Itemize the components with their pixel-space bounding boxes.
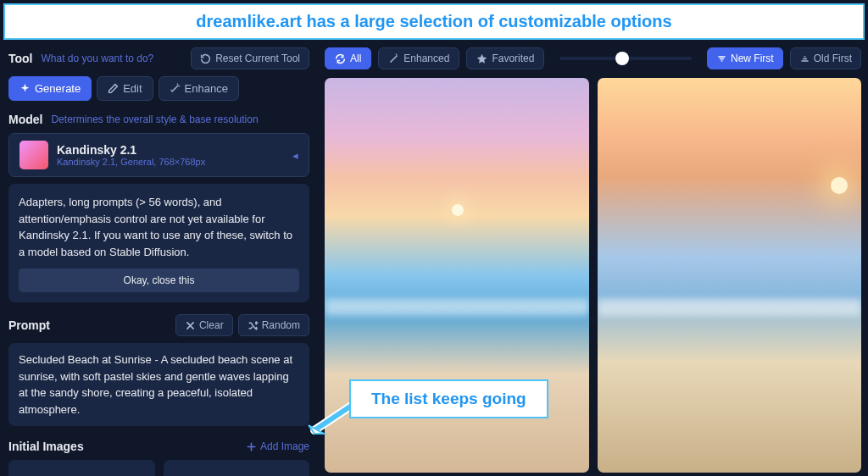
plus-icon: [246, 441, 257, 452]
chevron-left-icon: ◂: [292, 149, 298, 162]
pencil-icon: [108, 83, 119, 94]
tool-buttons: Generate Edit Enhance: [8, 76, 309, 101]
clear-label: Clear: [199, 319, 224, 331]
notice-text: Adapters, long prompts (> 56 words), and…: [19, 194, 299, 260]
filter-favorited-button[interactable]: Favorited: [466, 47, 544, 69]
close-notice-button[interactable]: Okay, close this: [19, 268, 299, 292]
initial-images-header: Initial Images Add Image: [8, 440, 309, 453]
zoom-slider[interactable]: [559, 57, 692, 60]
sparkle-icon: [19, 83, 31, 94]
enhance-button[interactable]: Enhance: [159, 76, 239, 101]
filter-enhanced-button[interactable]: Enhanced: [378, 47, 459, 69]
model-name: Kandinsky 2.1: [57, 143, 284, 157]
refresh-icon: [335, 53, 346, 64]
model-section-header: Model Determines the overall style & bas…: [8, 113, 309, 126]
sort-desc-icon: [716, 53, 727, 64]
gallery-image[interactable]: [598, 78, 862, 473]
prompt-header: Prompt Clear Random: [8, 314, 309, 336]
wand-icon: [388, 53, 399, 64]
wave-graphic: [598, 299, 862, 316]
new-first-label: New First: [731, 53, 774, 64]
reset-tool-button[interactable]: Reset Current Tool: [191, 47, 309, 69]
generate-button[interactable]: Generate: [8, 76, 92, 101]
filter-bar: All Enhanced Favorited New First Old Fir…: [318, 42, 868, 75]
random-prompt-button[interactable]: Random: [238, 314, 309, 336]
enhanced-label: Enhanced: [403, 53, 449, 64]
reset-label: Reset Current Tool: [215, 53, 300, 64]
initial-images-label: Initial Images: [8, 440, 84, 453]
all-label: All: [350, 53, 361, 64]
enhance-label: Enhance: [185, 82, 228, 95]
add-image-label: Add Image: [260, 440, 309, 452]
random-label: Random: [262, 319, 300, 331]
prompt-input[interactable]: Secluded Beach at Sunrise - A secluded b…: [8, 343, 309, 426]
model-notice: Adapters, long prompts (> 56 words), and…: [8, 184, 309, 302]
wave-graphic: [325, 299, 589, 316]
wand-icon: [170, 83, 181, 94]
tool-hint: What do you want to do?: [42, 53, 154, 64]
sort-new-button[interactable]: New First: [707, 47, 783, 69]
model-label: Model: [8, 113, 42, 126]
sun-graphic: [452, 204, 464, 216]
sort-old-button[interactable]: Old First: [790, 47, 861, 69]
edit-button[interactable]: Edit: [97, 76, 153, 101]
old-first-label: Old First: [814, 53, 852, 64]
edit-label: Edit: [123, 82, 142, 95]
sort-asc-icon: [799, 53, 810, 64]
image-slot[interactable]: [164, 460, 310, 476]
slider-thumb[interactable]: [615, 52, 629, 65]
star-icon: [476, 53, 487, 64]
model-selector[interactable]: Kandinsky 2.1 Kandinsky 2.1, General, 76…: [8, 133, 309, 177]
model-thumbnail: [19, 141, 48, 169]
model-hint: Determines the overall style & base reso…: [51, 113, 258, 125]
x-icon: [185, 320, 196, 331]
filter-all-button[interactable]: All: [325, 47, 371, 69]
tool-label: Tool: [8, 52, 33, 65]
reset-icon: [200, 53, 211, 64]
annotation-header: dreamlike.art has a large selection of c…: [3, 3, 865, 40]
sun-graphic: [831, 177, 848, 194]
annotation-callout: The list keeps going: [349, 379, 548, 418]
model-info: Kandinsky 2.1 Kandinsky 2.1, General, 76…: [57, 143, 284, 167]
add-image-button[interactable]: Add Image: [246, 440, 309, 452]
favorited-label: Favorited: [492, 53, 534, 64]
prompt-label: Prompt: [8, 318, 170, 332]
shuffle-icon: [248, 320, 259, 331]
tool-section-header: Tool What do you want to do? Reset Curre…: [8, 47, 309, 69]
clear-prompt-button[interactable]: Clear: [175, 314, 233, 336]
generate-label: Generate: [35, 82, 81, 95]
image-slot[interactable]: [8, 460, 155, 476]
image-slots: [8, 460, 309, 476]
sidebar: Tool What do you want to do? Reset Curre…: [0, 42, 318, 476]
model-details: Kandinsky 2.1, General, 768×768px: [57, 157, 284, 167]
prompt-text: Secluded Beach at Sunrise - A secluded b…: [19, 351, 299, 418]
